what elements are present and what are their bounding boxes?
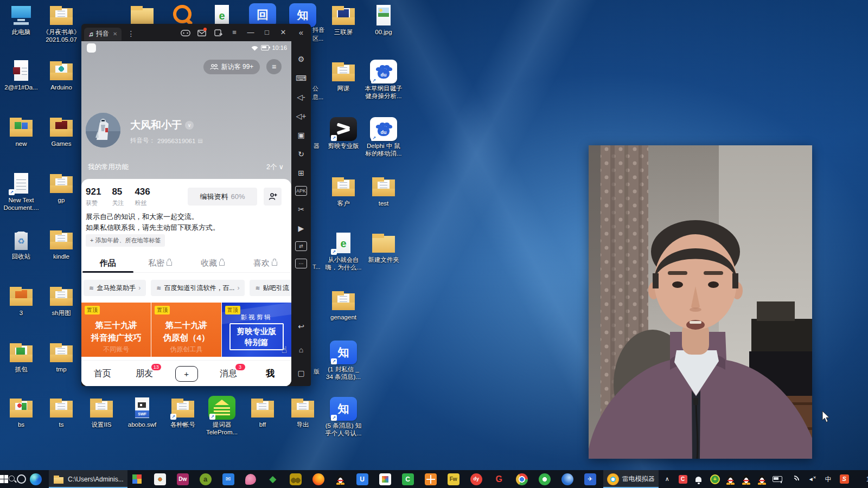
sidebar-collapse-icon[interactable]: « (291, 24, 311, 41)
qq-icon[interactable] (331, 470, 353, 488)
mail-feedback-icon[interactable] (194, 24, 210, 41)
nav-messages[interactable]: 消息 3 (207, 361, 249, 386)
profile-tab[interactable]: 喜欢 (239, 255, 291, 271)
stat-block[interactable]: 921 获赞 (86, 187, 101, 207)
search-button[interactable] (8, 470, 17, 488)
dreamweaver-icon[interactable]: Dw (173, 470, 196, 488)
cortana-button[interactable] (17, 470, 26, 488)
red-g-app-icon[interactable]: G (489, 470, 512, 488)
install-window-icon[interactable]: ⊞ (295, 167, 307, 178)
firefox-icon[interactable] (309, 470, 331, 488)
close-button[interactable]: ✕ (275, 24, 291, 41)
edit-profile-button[interactable]: 编辑资料 60% (188, 188, 257, 206)
apk-install-icon[interactable]: APK (295, 186, 307, 196)
profile-tab[interactable]: 私密 (134, 255, 187, 271)
tray-c-app-icon[interactable]: C (676, 470, 690, 488)
taskbar-app-glyph: ✈ (588, 476, 592, 482)
tray-icon (854, 473, 866, 485)
stat-block[interactable]: 85 关注 (112, 187, 124, 207)
tray-coin-icon[interactable]: + (707, 470, 723, 488)
tampermonkey-icon[interactable] (286, 470, 309, 488)
mail-app-icon[interactable]: ✉ (219, 470, 241, 488)
sync-icon[interactable]: ⇄ (295, 241, 307, 251)
input-language-indicator[interactable]: 中 (820, 470, 837, 488)
screen-rotate-icon[interactable] (210, 24, 226, 41)
u-app-icon[interactable]: U (353, 470, 375, 488)
android-home-icon[interactable]: ⌂ (295, 344, 307, 355)
tray-qq-icon-2[interactable] (738, 470, 754, 488)
emulator-titlebar: ♫ 抖音 ✕ ⋮ ≡ — □ ✕ « (81, 24, 311, 41)
tray-bell-icon[interactable] (690, 470, 707, 488)
sync-run-icon[interactable]: ↻ (295, 148, 307, 159)
blue-circle-app-icon[interactable] (558, 470, 580, 488)
minimize-button[interactable]: — (242, 24, 259, 41)
nav-create[interactable]: + (165, 361, 207, 386)
collection-stack-icon: ≋ (156, 285, 161, 292)
gamepad-icon[interactable] (177, 24, 194, 41)
keyboard-icon[interactable]: ⌨ (295, 72, 307, 84)
video-card[interactable]: 置顶 第三十九讲 抖音推广技巧 不同账号 (81, 303, 151, 357)
volume-up-icon[interactable]: ◁+ (295, 110, 307, 121)
profile-tab[interactable]: 收藏 (187, 255, 239, 271)
collection-chip[interactable]: ≋ 贴吧引流 (250, 280, 291, 296)
collection-chip[interactable]: ≋ 盒马抢菜助手 › (84, 280, 146, 296)
profile-menu-button[interactable]: ≡ (266, 59, 282, 74)
settings-icon[interactable]: ⚙ (295, 53, 307, 65)
common-functions-row[interactable]: 我的常用功能 2个 ∨ (88, 163, 284, 172)
new-visitors-button[interactable]: 新访客 99+ (203, 60, 260, 74)
window-menu-icon[interactable]: ≡ (226, 24, 242, 41)
tab-close-icon[interactable]: ✕ (113, 31, 117, 37)
collection-chip[interactable]: ≋ 百度知道引流软件，百... › (151, 280, 245, 296)
add-friend-button[interactable] (264, 188, 282, 206)
clock[interactable]: 10:16 (852, 470, 868, 488)
douyin-app-icon[interactable]: dy (467, 470, 489, 488)
android-recents-icon[interactable]: ▢ (295, 367, 307, 378)
video-card[interactable]: 置顶 第二十九讲 伪原创（4） 伪原创工具 (151, 303, 221, 357)
green-circle-app-icon[interactable] (535, 470, 558, 488)
photos-app-icon[interactable] (150, 470, 173, 488)
fireworks-icon[interactable]: Fw (444, 470, 467, 488)
orange-grid-app-icon[interactable] (421, 470, 444, 488)
add-tags-button[interactable]: + 添加年龄、所在地等标签 (86, 234, 165, 247)
video-card[interactable]: 置顶 影视剪辑 剪映专业版 特别篇 ☝ (222, 303, 291, 357)
more-icon[interactable]: ⋯ (295, 259, 307, 268)
nav-me[interactable]: 我 (250, 361, 291, 386)
volume-muted-icon[interactable]: ◄ (802, 470, 820, 488)
taskbar-app-glyph: Fw (450, 477, 457, 482)
app-grid-icon[interactable] (127, 470, 150, 488)
diamond-app-icon[interactable]: ◆ (263, 470, 286, 488)
android-back-icon[interactable]: ↩ (295, 320, 307, 332)
stat-block[interactable]: 436 粉丝 (135, 187, 150, 207)
screenshot-icon[interactable]: ✂ (295, 203, 307, 215)
taskbar-app-glyph: a (203, 476, 207, 483)
tab-more-icon[interactable]: ⋮ (127, 29, 135, 38)
fullscreen-icon[interactable]: ▣ (295, 129, 307, 140)
file-explorer-task[interactable]: C:\Users\Adminis... (49, 470, 127, 488)
horn-app-icon[interactable] (241, 470, 263, 488)
edge-icon[interactable] (26, 470, 49, 488)
tray-expand-icon[interactable]: ∧ (659, 470, 676, 488)
screen-record-icon[interactable]: ▶ (295, 222, 307, 234)
volume-down-icon[interactable]: ◁- (295, 91, 307, 102)
c-app-icon[interactable]: C (398, 470, 421, 488)
start-button[interactable] (0, 470, 8, 488)
collection-stack-icon: ≋ (255, 285, 260, 292)
name-chevron-icon[interactable]: ∨ (185, 121, 194, 130)
profile-tab[interactable]: 作品 (81, 255, 134, 271)
floating-ball[interactable] (87, 43, 96, 53)
battery-icon[interactable] (770, 470, 785, 488)
mix-app-icon[interactable] (375, 470, 398, 488)
tray-qq-icon-1[interactable] (723, 470, 738, 488)
nav-home[interactable]: 首页 (81, 361, 123, 386)
bird-app-icon[interactable]: ✈ (580, 470, 603, 488)
chrome-icon[interactable] (512, 470, 535, 488)
avatar[interactable] (86, 113, 120, 147)
maximize-button[interactable]: □ (259, 24, 275, 41)
wifi-icon[interactable] (785, 470, 802, 488)
ldplayer-task[interactable]: 雷电模拟器 (603, 470, 659, 488)
emulator-tab-douyin[interactable]: ♫ 抖音 ✕ (84, 28, 122, 41)
nav-friends[interactable]: 朋友 13 (123, 361, 165, 386)
tray-qq-icon-3[interactable] (754, 470, 770, 488)
axure-icon[interactable]: a (196, 470, 219, 488)
sogou-input-icon[interactable]: S (837, 470, 852, 488)
